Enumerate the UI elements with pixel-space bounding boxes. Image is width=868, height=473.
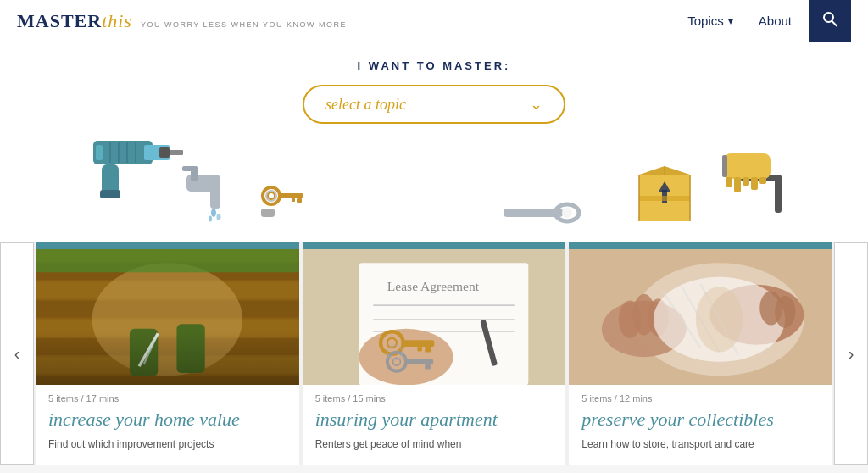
card-image-3 xyxy=(569,249,832,385)
logo-this: this xyxy=(102,10,132,32)
topic-select-text: select a topic xyxy=(326,96,406,114)
svg-rect-22 xyxy=(278,193,303,198)
svg-rect-53 xyxy=(36,338,299,355)
svg-point-29 xyxy=(562,208,572,218)
logo-tagline: YOU WORRY LESS WHEN YOU KNOW MORE xyxy=(141,20,347,29)
svg-rect-42 xyxy=(734,177,741,192)
logo[interactable]: MASTERthis YOU WORRY LESS WHEN YOU KNOW … xyxy=(17,10,347,32)
card-image-1 xyxy=(36,249,299,385)
svg-rect-7 xyxy=(96,145,103,160)
roller-icon xyxy=(715,132,800,220)
next-chevron-icon: › xyxy=(849,344,854,364)
svg-point-21 xyxy=(268,192,275,199)
svg-point-56 xyxy=(92,263,243,376)
header-nav: Topics ▾ About xyxy=(679,0,851,42)
svg-rect-24 xyxy=(292,198,295,202)
search-button[interactable] xyxy=(809,0,851,42)
svg-rect-35 xyxy=(639,196,690,201)
card-body-2: 5 items / 15 mins insuring your apartmen… xyxy=(303,385,566,465)
svg-rect-77 xyxy=(425,364,431,370)
header: MASTERthis YOU WORRY LESS WHEN YOU KNOW … xyxy=(0,0,868,42)
card-meta-1: 5 items / 17 mins xyxy=(48,393,287,403)
svg-rect-6 xyxy=(102,164,119,194)
card-body-3: 5 items / 12 mins preserve your collecti… xyxy=(569,385,832,465)
card-header-bar-1 xyxy=(36,242,299,249)
prev-chevron-icon: ‹ xyxy=(14,344,20,364)
svg-rect-40 xyxy=(724,153,771,179)
drill-icon xyxy=(68,115,178,212)
card-title-1: increase your home value xyxy=(48,409,287,431)
box-icon xyxy=(631,149,698,229)
topics-label: Topics xyxy=(687,14,724,28)
card-image-2: Lease Agreement xyxy=(303,249,566,385)
card-header-bar-2 xyxy=(303,242,566,249)
svg-rect-26 xyxy=(261,209,275,217)
svg-rect-55 xyxy=(36,376,299,385)
svg-rect-16 xyxy=(182,166,198,171)
svg-rect-73 xyxy=(417,347,422,352)
card-desc-2: Renters get peace of mind when xyxy=(315,437,554,452)
svg-point-17 xyxy=(211,209,216,217)
search-icon xyxy=(821,10,838,31)
svg-point-91 xyxy=(696,287,743,353)
card-3[interactable]: 5 items / 12 mins preserve your collecti… xyxy=(569,242,832,465)
card-desc-1: Find out which improvement projects xyxy=(48,437,287,452)
card-1[interactable]: 5 items / 17 mins increase your home val… xyxy=(36,242,299,465)
hero-title: I WANT TO MASTER: xyxy=(0,59,868,72)
svg-rect-45 xyxy=(760,177,766,184)
card-meta-3: 5 items / 12 mins xyxy=(581,393,820,403)
carousel-prev-button[interactable]: ‹ xyxy=(0,242,34,465)
svg-rect-44 xyxy=(751,177,758,190)
card-title-3: preserve your collectibles xyxy=(581,409,820,431)
svg-line-60 xyxy=(139,333,158,366)
card-meta-2: 5 items / 15 mins xyxy=(315,393,554,403)
svg-rect-23 xyxy=(297,198,302,203)
card-desc-3: Learn how to store, transport and care xyxy=(581,437,820,452)
card-body-1: 5 items / 17 mins increase your home val… xyxy=(36,385,299,465)
topic-chevron-icon: ⌄ xyxy=(530,95,542,114)
svg-rect-5 xyxy=(159,147,170,158)
svg-rect-57 xyxy=(36,249,299,272)
cards-container: 5 items / 17 mins increase your home val… xyxy=(34,242,834,465)
svg-rect-4 xyxy=(168,150,183,155)
cards-section: ‹ xyxy=(0,242,868,465)
svg-rect-43 xyxy=(743,177,749,186)
svg-rect-46 xyxy=(722,155,727,177)
svg-rect-41 xyxy=(726,177,732,187)
nav-about[interactable]: About xyxy=(750,9,800,32)
svg-point-19 xyxy=(209,216,212,222)
carousel-next-button[interactable]: › xyxy=(834,242,868,465)
card-2[interactable]: Lease Agreement xyxy=(303,242,566,465)
card-title-2: insuring your apartment xyxy=(315,409,554,431)
hero-section: I WANT TO MASTER: select a topic ⌄ xyxy=(0,42,868,242)
nav-topics[interactable]: Topics ▾ xyxy=(679,9,742,32)
logo-master: MASTER xyxy=(17,10,102,32)
svg-rect-14 xyxy=(210,183,220,209)
keys-icon xyxy=(254,183,314,237)
svg-line-61 xyxy=(144,333,159,364)
about-label: About xyxy=(759,14,792,28)
faucet-icon xyxy=(170,158,246,229)
svg-point-93 xyxy=(775,296,795,328)
svg-rect-59 xyxy=(176,324,204,373)
svg-rect-54 xyxy=(36,357,299,374)
svg-text:Lease Agreement: Lease Agreement xyxy=(387,279,480,293)
wrench-icon xyxy=(504,200,580,229)
svg-line-1 xyxy=(832,21,837,26)
card-header-bar-3 xyxy=(569,242,832,249)
topics-chevron-icon: ▾ xyxy=(728,15,733,27)
svg-rect-76 xyxy=(405,359,433,364)
svg-point-18 xyxy=(217,214,221,220)
svg-rect-58 xyxy=(130,329,158,376)
svg-rect-72 xyxy=(425,347,431,353)
svg-rect-71 xyxy=(401,340,434,347)
topic-select-dropdown[interactable]: select a topic ⌄ xyxy=(303,85,565,124)
svg-rect-12 xyxy=(100,190,120,198)
